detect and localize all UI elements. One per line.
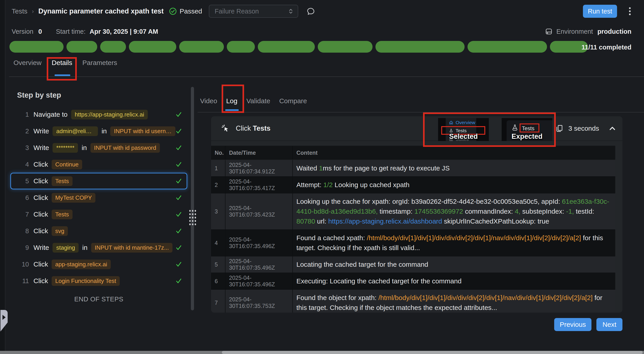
step-passed-check-icon xyxy=(175,278,182,284)
thumb-nav-overview: Overview xyxy=(449,120,475,125)
tab-validate[interactable]: Validate xyxy=(246,97,270,105)
step-target-badge: Login Functionality Test xyxy=(52,276,120,286)
step-action-label: Navigate to xyxy=(34,111,68,118)
step-passed-check-icon xyxy=(175,144,182,151)
step-number: 8 xyxy=(17,227,29,235)
log-text-segment: Found the object for xpath: xyxy=(296,294,378,301)
step-action-label: Click xyxy=(34,277,48,285)
panel-resize-handle[interactable] xyxy=(188,209,197,226)
step-row[interactable]: 1Navigate tohttps://app-staging.relicx.a… xyxy=(10,106,187,123)
step-row[interactable]: 2Writeadmin@relicx.aiinINPUT with id use… xyxy=(10,123,187,139)
steps-list: 1Navigate tohttps://app-staging.relicx.a… xyxy=(9,106,188,289)
selected-element-thumbnail[interactable]: Overview Tests Suites Selected xyxy=(438,118,489,141)
log-row-number: 7 xyxy=(211,290,226,313)
comment-button[interactable] xyxy=(306,7,315,16)
progress-segment xyxy=(318,41,372,53)
log-command-header[interactable]: Click Tests 3 seconds xyxy=(211,116,622,141)
expand-arrow-icon xyxy=(2,315,6,320)
step-passed-check-icon xyxy=(175,111,182,118)
step-target-badge: admin@relicx.ai xyxy=(52,126,98,136)
step-row[interactable]: 5ClickTests xyxy=(10,173,187,189)
environment-icon xyxy=(545,28,553,36)
tab-video[interactable]: Video xyxy=(200,97,217,105)
step-by-step-panel: Step by step 1Navigate tohttps://app-sta… xyxy=(9,88,188,303)
step-text: ClickTests xyxy=(34,210,72,219)
step-row[interactable]: 7ClickTests xyxy=(10,206,187,223)
log-text-segment: commandIndex: xyxy=(463,208,515,215)
run-test-button[interactable]: Run test xyxy=(583,5,617,18)
previous-step-button[interactable]: Previous xyxy=(554,318,592,331)
version-label: Version xyxy=(12,28,34,35)
next-step-button[interactable]: Next xyxy=(596,318,622,331)
steps-scrollbar[interactable] xyxy=(191,87,194,310)
log-text-segment: ms for the page to get ready to execute … xyxy=(323,164,450,172)
log-row-timestamp: 2025-04-30T16:07:35.496Z xyxy=(226,273,293,289)
step-row[interactable]: 6ClickMyTest COPY xyxy=(10,189,187,206)
steps-heading: Step by step xyxy=(17,91,188,99)
status-badge: Passed xyxy=(169,8,202,15)
log-text-segment: Waited xyxy=(296,164,319,172)
tab-overview[interactable]: Overview xyxy=(14,59,42,67)
collapse-step-button[interactable] xyxy=(608,125,616,132)
step-text: Writeadmin@relicx.aiinINPUT with id user… xyxy=(34,126,175,136)
environment-label: Environment xyxy=(556,28,593,35)
horizontal-scrollbar-thumb[interactable] xyxy=(222,351,643,354)
step-number: 11 xyxy=(17,277,29,285)
step-number: 2 xyxy=(17,127,29,135)
chevron-up-icon xyxy=(608,125,616,132)
step-row[interactable]: 10Clickapp-staging.relicx.ai xyxy=(10,256,187,273)
step-passed-check-icon xyxy=(175,128,182,134)
step-row[interactable]: 11ClickLogin Functionality Test xyxy=(10,273,187,289)
log-text-segment: /html/body/div[1]/div[1]/div/div/div[2]/… xyxy=(367,234,581,242)
tab-compare[interactable]: Compare xyxy=(279,97,307,105)
step-passed-check-icon xyxy=(175,244,182,251)
step-passed-check-icon xyxy=(175,194,182,201)
step-action-label: Click xyxy=(34,260,48,268)
log-text-segment: substepIndex: xyxy=(520,208,566,215)
step-number: 3 xyxy=(17,144,29,151)
failure-reason-select[interactable]: Failure Reason xyxy=(209,5,298,18)
step-row[interactable]: 9WritestaginginINPUT with id mantine-17z… xyxy=(10,239,187,256)
step-target-badge: ******** xyxy=(52,143,78,153)
step-row[interactable]: 8Clicksvg xyxy=(10,223,187,239)
step-number: 1 xyxy=(17,111,29,118)
step-action-label: Click xyxy=(34,177,48,185)
step-text: ClickMyTest COPY xyxy=(34,193,96,203)
home-icon xyxy=(449,120,453,125)
expected-thumbnail-label: Expected xyxy=(502,132,552,140)
step-action-label: Click xyxy=(34,160,48,168)
col-content: Content xyxy=(293,146,615,160)
tab-parameters[interactable]: Parameters xyxy=(82,59,117,67)
version-value: 0 xyxy=(38,28,42,35)
step-row[interactable]: 3Write********inINPUT with id password xyxy=(10,139,187,156)
log-text-segment: Looking up cached xpath xyxy=(333,181,410,189)
log-text-segment: 80780 xyxy=(296,218,315,225)
environment-value: production xyxy=(598,28,632,35)
log-row-number: 6 xyxy=(211,273,226,289)
log-link[interactable]: https://app-staging.relicx.ai/dashboard xyxy=(328,218,442,225)
log-text-segment: timestamp: xyxy=(378,208,414,215)
step-row[interactable]: 4ClickContinue xyxy=(10,156,187,173)
log-text-segment: testId: xyxy=(574,208,594,215)
log-card: Click Tests 3 seconds No. Date/Time Cont… xyxy=(211,116,622,313)
log-row-content: Locating the cached target for the comma… xyxy=(293,256,615,273)
step-connector-label: in xyxy=(82,144,87,151)
step-number: 4 xyxy=(17,161,29,168)
start-time-label: Start time: xyxy=(56,28,86,35)
copy-icon[interactable] xyxy=(555,124,564,132)
breadcrumb-tests[interactable]: Tests xyxy=(12,8,28,15)
log-row: 72025-04-30T16:07:35.753ZFound the objec… xyxy=(211,290,615,313)
log-row: 32025-04-30T16:07:35.423ZLooking up the … xyxy=(211,194,615,230)
flask-icon xyxy=(511,124,519,132)
step-progress-bar xyxy=(10,41,588,53)
log-text-segment: url: xyxy=(315,218,328,225)
top-bar: Tests › Dynamic parameter cached xpath t… xyxy=(6,0,644,23)
log-text-segment: 1745536369972 xyxy=(414,208,463,215)
log-text-segment: Attempt: xyxy=(296,181,323,189)
log-text-segment: 1/2 xyxy=(323,181,333,189)
command-action: Click xyxy=(236,124,251,132)
more-options-button[interactable] xyxy=(629,7,631,16)
log-row-content: Found the object for xpath: /html/body/d… xyxy=(293,290,615,313)
expected-element-thumbnail[interactable]: Tests Expected xyxy=(502,118,552,141)
step-number: 5 xyxy=(17,178,29,185)
